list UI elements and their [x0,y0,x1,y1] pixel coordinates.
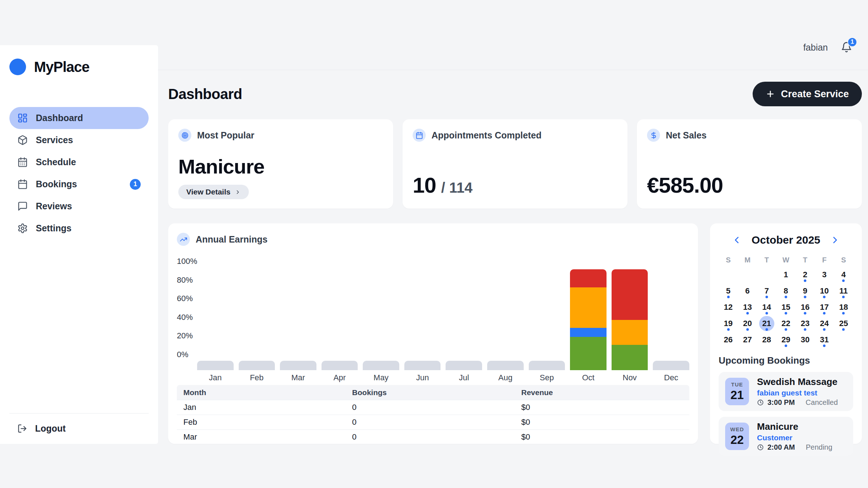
booking-dot [784,296,787,298]
calendar-day-12[interactable]: 12 [719,299,738,315]
bar-slot-jul [446,269,482,370]
stat-value: Manicure [178,155,383,178]
sidebar-item-services[interactable]: Services [9,129,149,151]
logout-button[interactable]: Logout [9,419,149,438]
chart-title: Annual Earnings [196,234,268,245]
calendar-day-3[interactable]: 3 [815,266,834,283]
calendar-panel: October 2025 SMTWTFS 1234567891011121314… [710,223,862,444]
calendar-day-19[interactable]: 19 [719,315,738,331]
empty-month-stub [653,361,689,370]
segment-orange [570,287,607,328]
y-tick-label: 80% [177,276,197,284]
main-area: fabian 1 Dashboard Create Service Most P… [158,0,868,488]
day-number: 8 [784,286,788,296]
booking-card[interactable]: TUE21Swedish Massagefabian guest test3:0… [719,372,853,411]
calendar-day-9[interactable]: 9 [796,283,815,299]
sidebar-item-schedule[interactable]: Schedule [9,151,149,173]
calendar-icon [413,129,426,142]
calendar-day-23[interactable]: 23 [796,315,815,331]
topbar: fabian 1 [158,0,868,70]
dashboard-grid-icon [17,113,28,123]
bar-slot-aug [487,269,524,370]
notifications-button[interactable]: 1 [841,42,852,54]
calendar-day-24[interactable]: 24 [815,315,834,331]
bar-slot-sep [529,269,565,370]
view-details-button[interactable]: View Details [178,185,249,199]
calendar-next-button[interactable] [830,235,841,245]
booking-info: Swedish Massagefabian guest test3:00 PMC… [757,376,838,407]
calendar-day-30[interactable]: 30 [796,331,815,348]
calendar-day-29[interactable]: 29 [776,331,795,348]
calendar-day-22[interactable]: 22 [776,315,795,331]
booking-dot [823,344,826,347]
booking-dot [842,312,845,314]
calendar-day-18[interactable]: 18 [834,299,853,315]
calendar-day-11[interactable]: 11 [834,283,853,299]
x-tick-label: Sep [529,373,565,382]
stat-value: €585.00 [647,173,723,198]
empty-month-stub [404,361,441,370]
stat-value-row: €585.00 [647,173,852,198]
booking-card[interactable]: WED22ManicureCustomer2:00 AMPending [719,417,853,456]
sidebar-item-bookings[interactable]: Bookings1 [9,173,149,195]
booking-date-chip: TUE21 [725,378,749,405]
calendar-grid: 1234567891011121314151617181920212223242… [719,266,853,348]
calendar-day-20[interactable]: 20 [738,315,757,331]
calendar-day-31[interactable]: 31 [815,331,834,348]
bar-slot-mar [280,269,316,370]
y-tick-label: 0% [177,350,197,359]
sidebar-nav: DashboardServicesScheduleBookings1Review… [0,107,158,239]
calendar-day-13[interactable]: 13 [738,299,757,315]
day-number: 23 [801,319,809,328]
x-tick-label: Jul [446,373,482,382]
sidebar-item-settings[interactable]: Settings [9,217,149,239]
calendar-day-26[interactable]: 26 [719,331,738,348]
booking-time: 2:00 AM [767,443,795,451]
booking-dot [804,296,807,298]
table-cell: Jan [177,403,352,412]
calendar-day-1[interactable]: 1 [776,266,795,283]
calendar-day-14[interactable]: 14 [757,299,776,315]
bar-slot-jun [404,269,441,370]
calendar-day-16[interactable]: 16 [796,299,815,315]
calendar-day-27[interactable]: 27 [738,331,757,348]
create-service-button[interactable]: Create Service [753,82,862,106]
empty-month-stub [239,361,275,370]
calendar-day-7[interactable]: 7 [757,283,776,299]
bar-slot-oct [570,269,607,370]
day-number: 10 [820,286,829,296]
calendar-day-6[interactable]: 6 [738,283,757,299]
booking-status: Cancelled [806,398,838,407]
booking-customer-link[interactable]: Customer [757,433,832,442]
table-row: Feb0$0 [177,415,689,429]
bookings-count-badge: 1 [130,179,141,190]
sidebar-item-reviews[interactable]: Reviews [9,195,149,217]
empty-month-stub [363,361,399,370]
calendar-prev-button[interactable] [731,235,742,245]
day-number: 15 [782,303,790,312]
calendar-day-empty [757,266,776,283]
table-cell: 0 [352,403,522,412]
calendar-day-15[interactable]: 15 [776,299,795,315]
booking-customer-link[interactable]: fabian guest test [757,389,838,397]
username: fabian [803,42,828,53]
day-number: 30 [801,335,809,344]
table-cell: 0 [352,418,522,427]
calendar-day-10[interactable]: 10 [815,283,834,299]
bar-slot-apr [322,269,358,370]
booking-dot [765,312,768,314]
calendar-day-2[interactable]: 2 [796,266,815,283]
booking-dot [784,312,787,314]
calendar-day-empty [719,266,738,283]
calendar-day-17[interactable]: 17 [815,299,834,315]
sidebar-item-dashboard[interactable]: Dashboard [9,107,149,129]
calendar-day-21[interactable]: 21 [757,315,776,331]
calendar-day-5[interactable]: 5 [719,283,738,299]
calendar-day-8[interactable]: 8 [776,283,795,299]
calendar-day-4[interactable]: 4 [834,266,853,283]
calendar-day-28[interactable]: 28 [757,331,776,348]
notification-count-badge: 1 [847,37,857,47]
calendar-day-25[interactable]: 25 [834,315,853,331]
booking-meta: 2:00 AMPending [757,443,832,451]
booking-dot [842,296,845,298]
